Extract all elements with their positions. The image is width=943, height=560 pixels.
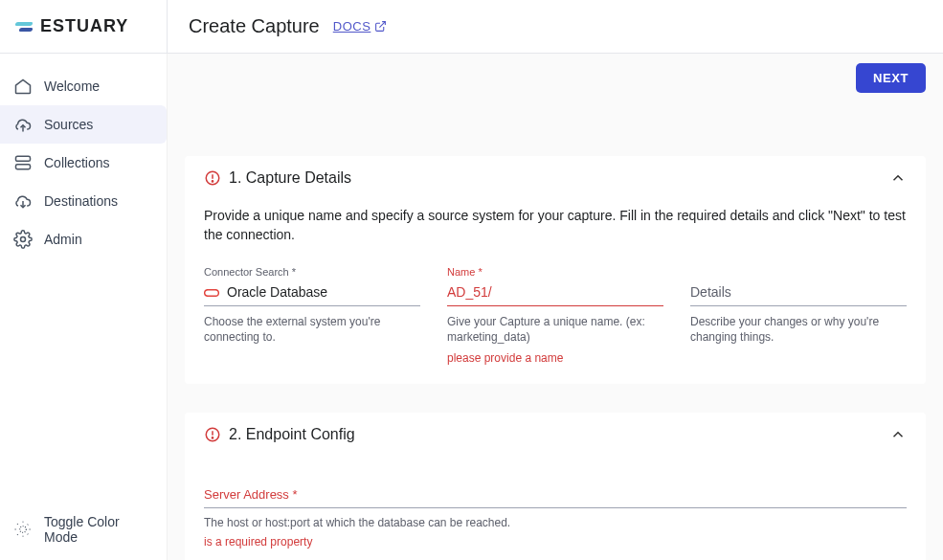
top-bar: ESTUARY Create Capture DOCS [0,0,943,54]
svg-point-3 [21,237,26,242]
svg-line-12 [28,524,29,525]
field-label: Name [447,266,663,278]
sidebar-item-collections[interactable]: Collections [0,144,167,182]
field-help: Give your Capture a unique name. (ex: ma… [447,314,663,347]
sidebar-item-label: Destinations [44,193,118,209]
details-input[interactable]: Details [690,281,907,306]
capture-details-section: 1. Capture Details Provide a unique name… [185,156,926,384]
chevron-up-icon [889,426,907,443]
sidebar-item-label: Welcome [44,78,100,94]
svg-line-8 [28,534,29,535]
page-title: Create Capture [189,15,320,37]
name-field: Name AD_51/ Give your Capture a unique n… [447,266,663,366]
svg-point-19 [212,437,213,438]
home-icon [13,77,33,96]
svg-rect-2 [16,165,31,169]
docs-link-label: DOCS [333,19,371,34]
svg-line-7 [17,524,18,525]
sidebar-item-welcome[interactable]: Welcome [0,67,167,105]
svg-rect-1 [16,156,31,161]
main-content: NEXT 1. Capture Details Provide a unique… [168,54,943,560]
connector-search-field: Connector Search Oracle Database Choose … [204,266,420,366]
name-value: AD_51/ [447,284,492,300]
chevron-up-icon [889,169,907,187]
svg-line-11 [17,534,18,535]
section-header-endpoint-config[interactable]: 2. Endpoint Config [204,413,907,453]
server-address-field: Server Address * The host or host:port a… [204,487,907,560]
oracle-icon [204,284,219,300]
error-circle-icon [204,169,221,187]
server-address-input[interactable] [204,507,907,508]
field-error: is a required property [204,535,907,549]
field-label: Connector Search [204,266,420,278]
sidebar-item-label: Admin [44,232,82,247]
field-help: Choose the external system you're connec… [204,314,420,347]
section-header-capture-details[interactable]: 1. Capture Details [204,156,907,196]
color-mode-label: Toggle Color Mode [44,514,153,545]
connector-search-input[interactable]: Oracle Database [204,281,420,306]
brand-logo[interactable]: ESTUARY [0,0,168,53]
sun-icon [13,520,33,539]
svg-rect-16 [205,290,219,297]
database-icon [13,153,33,172]
svg-point-15 [212,181,213,182]
toggle-color-mode[interactable]: Toggle Color Mode [0,503,167,560]
next-button[interactable]: NEXT [856,63,926,93]
field-help: Describe your changes or why you're chan… [690,314,907,347]
section-description: Provide a unique name and specify a sour… [204,206,907,245]
field-help: The host or host:port at which the datab… [204,516,907,529]
action-row: NEXT [185,63,926,93]
gear-icon [13,230,33,249]
estuary-logo-icon [15,22,33,32]
section-title: 2. Endpoint Config [229,426,882,443]
section-title: 1. Capture Details [229,169,882,187]
svg-line-0 [380,22,386,28]
sidebar-item-admin[interactable]: Admin [0,220,167,258]
page-heading: Create Capture DOCS [168,15,387,37]
cloud-download-icon [13,191,33,211]
brand-name: ESTUARY [40,16,128,36]
svg-point-4 [20,526,27,533]
sidebar-nav: Welcome Sources Collections [0,54,168,560]
sidebar-item-sources[interactable]: Sources [0,105,167,144]
connector-value: Oracle Database [227,284,327,300]
sidebar-item-label: Collections [44,155,109,170]
sidebar-item-label: Sources [44,117,93,132]
sidebar-item-destinations[interactable]: Destinations [0,182,167,220]
name-input[interactable]: AD_51/ [447,281,663,306]
docs-link[interactable]: DOCS [333,19,388,34]
external-link-icon [374,20,387,33]
endpoint-config-section: 2. Endpoint Config Server Address * The … [185,413,926,560]
details-placeholder: Details [690,284,731,300]
field-error: please provide a name [447,351,663,365]
error-circle-icon [204,426,221,443]
cloud-upload-icon [13,115,33,134]
field-label: Server Address * [204,487,907,507]
details-field: x Details Describe your changes or why y… [690,266,907,366]
